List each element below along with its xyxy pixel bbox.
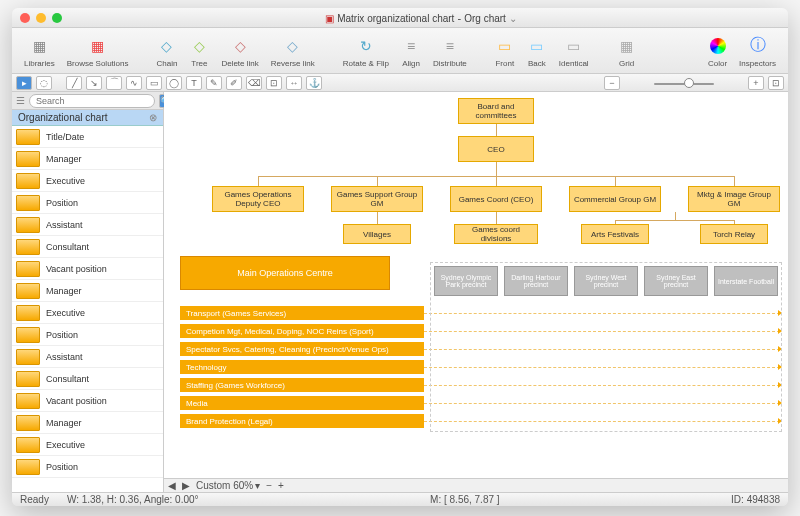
library-item[interactable]: Position [12, 192, 163, 214]
minimize-icon[interactable] [36, 13, 46, 23]
toolbar-browse[interactable]: ▦Browse Solutions [63, 34, 133, 68]
precinct-1[interactable]: Darling Harbour precinct [504, 266, 568, 296]
tool-subbar: ▸ ◌ ╱ ↘ ⌒ ∿ ▭ ◯ T ✎ ✐ ⌫ ⊡ ↔ ⚓ − + ⊡ [12, 74, 788, 92]
close-icon[interactable] [20, 13, 30, 23]
library-item[interactable]: Manager [12, 148, 163, 170]
zoom-in-button[interactable]: + [748, 76, 764, 90]
canvas-footer: ◀ ▶ Custom 60%▾ − + [164, 478, 788, 492]
zoom-slider[interactable] [624, 76, 744, 90]
toolbar-delete-link[interactable]: ◇Delete link [217, 34, 262, 68]
zoom-out2-button[interactable]: − [266, 480, 272, 491]
toolbar-align[interactable]: ≡Align [397, 34, 425, 68]
node-l2-0[interactable]: Games Operations Deputy CEO [212, 186, 304, 212]
precinct-0[interactable]: Sydney Olympic Park precinct [434, 266, 498, 296]
node-l2-1[interactable]: Games Support Group GM [331, 186, 423, 212]
shape-thumbnail-icon [16, 371, 40, 387]
node-l2-3[interactable]: Commercial Group GM [569, 186, 661, 212]
search-input[interactable] [29, 94, 155, 108]
matrix-row[interactable]: Spectator Svcs, Catering, Cleaning (Prec… [180, 342, 424, 356]
pencil-tool[interactable]: ✐ [226, 76, 242, 90]
toolbar-libraries[interactable]: ▦Libraries [20, 34, 59, 68]
shape-thumbnail-icon [16, 327, 40, 343]
toolbar-tree[interactable]: ◇Tree [185, 34, 213, 68]
zoom-out-button[interactable]: − [604, 76, 620, 90]
node-l3-3[interactable]: Torch Relay [700, 224, 768, 244]
library-item-label: Assistant [46, 220, 83, 230]
toolbar-reverse-link[interactable]: ◇Reverse link [267, 34, 319, 68]
pen-tool[interactable]: ✎ [206, 76, 222, 90]
scroll-right-button[interactable]: ▶ [182, 480, 190, 491]
matrix-row[interactable]: Technology [180, 360, 424, 374]
toolbar-back[interactable]: ▭Back [523, 34, 551, 68]
node-ceo[interactable]: CEO [458, 136, 534, 162]
text-tool[interactable]: T [186, 76, 202, 90]
node-l2-2[interactable]: Games Coord (CEO) [450, 186, 542, 212]
toolbar-rotate-flip[interactable]: ↻Rotate & Flip [339, 34, 393, 68]
library-item[interactable]: Executive [12, 302, 163, 324]
anchor-tool[interactable]: ⚓ [306, 76, 322, 90]
arc-tool[interactable]: ⌒ [106, 76, 122, 90]
rect-tool[interactable]: ▭ [146, 76, 162, 90]
toolbar-front[interactable]: ▭Front [491, 34, 519, 68]
toolbar-distribute[interactable]: ≡Distribute [429, 34, 471, 68]
category-header[interactable]: Organizational chart⊗ [12, 110, 163, 126]
matrix-row[interactable]: Brand Protection (Legal) [180, 414, 424, 428]
toolbar-grid[interactable]: ▦Grid [613, 34, 641, 68]
lasso-tool[interactable]: ◌ [36, 76, 52, 90]
toolbar-inspectors[interactable]: ⓘInspectors [735, 34, 780, 68]
link-tool[interactable]: ↔ [286, 76, 302, 90]
node-l3-1[interactable]: Games coord divisions [454, 224, 538, 244]
shape-thumbnail-icon [16, 349, 40, 365]
matrix-row[interactable]: Media [180, 396, 424, 410]
select-tool[interactable]: ▸ [16, 76, 32, 90]
matrix-row[interactable]: Staffing (Games Workforce) [180, 378, 424, 392]
zoom-icon[interactable] [52, 13, 62, 23]
library-item[interactable]: Executive [12, 434, 163, 456]
library-item[interactable]: Position [12, 324, 163, 346]
library-item[interactable]: Title/Date [12, 126, 163, 148]
zoom-fit-button[interactable]: ⊡ [768, 76, 784, 90]
library-item[interactable]: Manager [12, 412, 163, 434]
status-dimensions: W: 1.38, H: 0.36, Angle: 0.00° [67, 494, 199, 505]
library-item[interactable]: Position [12, 456, 163, 478]
node-l3-2[interactable]: Arts Festivals [581, 224, 649, 244]
line-tool[interactable]: ╱ [66, 76, 82, 90]
connector-tool[interactable]: ↘ [86, 76, 102, 90]
library-item[interactable]: Vacant position [12, 390, 163, 412]
library-item-label: Assistant [46, 352, 83, 362]
crop-tool[interactable]: ⊡ [266, 76, 282, 90]
matrix-row[interactable]: Transport (Games Services) [180, 306, 424, 320]
scroll-left-button[interactable]: ◀ [168, 480, 176, 491]
drawing-canvas[interactable]: Board and committees CEO Games Operation… [164, 92, 788, 492]
library-item[interactable]: Consultant [12, 236, 163, 258]
hamburger-icon[interactable]: ☰ [16, 95, 25, 106]
precinct-3[interactable]: Sydney East precinct [644, 266, 708, 296]
zoom-dropdown[interactable]: Custom 60%▾ [196, 480, 260, 491]
library-item[interactable]: Consultant [12, 368, 163, 390]
precinct-4[interactable]: Interstate Football [714, 266, 778, 296]
matrix-row[interactable]: Competion Mgt, Medical, Doping, NOC Rein… [180, 324, 424, 338]
library-item[interactable]: Assistant [12, 346, 163, 368]
toolbar-color[interactable]: Color [704, 34, 731, 68]
node-l3-0[interactable]: Villages [343, 224, 411, 244]
ellipse-tool[interactable]: ◯ [166, 76, 182, 90]
library-item-label: Position [46, 330, 78, 340]
library-item[interactable]: Assistant [12, 214, 163, 236]
precinct-2[interactable]: Sydney West precinct [574, 266, 638, 296]
node-main-ops[interactable]: Main Operations Centre [180, 256, 390, 290]
node-l2-4[interactable]: Mktg & Image Group GM [688, 186, 780, 212]
library-item[interactable]: Manager [12, 280, 163, 302]
node-board[interactable]: Board and committees [458, 98, 534, 124]
eraser-tool[interactable]: ⌫ [246, 76, 262, 90]
shape-thumbnail-icon [16, 415, 40, 431]
library-item[interactable]: Vacant position [12, 258, 163, 280]
shape-thumbnail-icon [16, 437, 40, 453]
toolbar-identical[interactable]: ▭Identical [555, 34, 593, 68]
close-category-icon[interactable]: ⊗ [149, 112, 157, 123]
spline-tool[interactable]: ∿ [126, 76, 142, 90]
library-item[interactable]: Executive [12, 170, 163, 192]
zoom-in2-button[interactable]: + [278, 480, 284, 491]
library-item-label: Vacant position [46, 396, 107, 406]
toolbar-chain[interactable]: ◇Chain [153, 34, 182, 68]
library-item-label: Vacant position [46, 264, 107, 274]
